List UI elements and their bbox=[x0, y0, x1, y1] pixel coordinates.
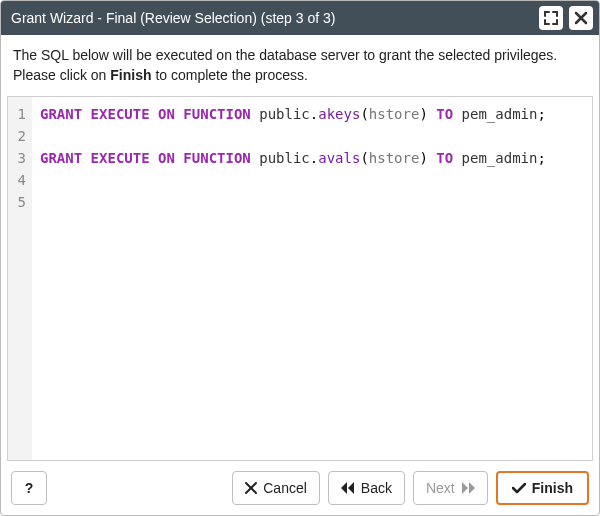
svg-marker-7 bbox=[469, 482, 475, 494]
dialog-footer: ? Cancel Back Next Finish bbox=[1, 461, 599, 515]
line-number: 2 bbox=[12, 125, 26, 147]
code-line: GRANT EXECUTE ON FUNCTION public.avals(h… bbox=[40, 147, 584, 169]
check-icon bbox=[512, 482, 526, 494]
cancel-label: Cancel bbox=[263, 480, 307, 496]
help-button[interactable]: ? bbox=[11, 471, 47, 505]
dialog-title: Grant Wizard - Final (Review Selection) … bbox=[11, 10, 533, 26]
back-button[interactable]: Back bbox=[328, 471, 405, 505]
next-button: Next bbox=[413, 471, 488, 505]
maximize-icon bbox=[544, 11, 558, 25]
close-button[interactable] bbox=[569, 6, 593, 30]
line-number: 4 bbox=[12, 169, 26, 191]
back-label: Back bbox=[361, 480, 392, 496]
code-line bbox=[40, 169, 584, 191]
sql-editor[interactable]: 12345 GRANT EXECUTE ON FUNCTION public.a… bbox=[7, 96, 593, 461]
cancel-button[interactable]: Cancel bbox=[232, 471, 320, 505]
finish-button[interactable]: Finish bbox=[496, 471, 589, 505]
svg-marker-6 bbox=[462, 482, 468, 494]
code-line bbox=[40, 191, 584, 213]
line-number: 5 bbox=[12, 191, 26, 213]
instruction-bold: Finish bbox=[110, 67, 151, 83]
grant-wizard-dialog: Grant Wizard - Final (Review Selection) … bbox=[0, 0, 600, 516]
code-content: GRANT EXECUTE ON FUNCTION public.akeys(h… bbox=[32, 97, 592, 460]
line-number: 3 bbox=[12, 147, 26, 169]
double-chevron-right-icon bbox=[461, 482, 475, 494]
maximize-button[interactable] bbox=[539, 6, 563, 30]
finish-label: Finish bbox=[532, 480, 573, 496]
double-chevron-left-icon bbox=[341, 482, 355, 494]
svg-marker-4 bbox=[341, 482, 347, 494]
help-icon: ? bbox=[25, 480, 34, 496]
instruction-text: The SQL below will be executed on the da… bbox=[1, 35, 599, 96]
svg-marker-5 bbox=[348, 482, 354, 494]
line-number-gutter: 12345 bbox=[8, 97, 32, 460]
close-icon bbox=[574, 11, 588, 25]
code-line: GRANT EXECUTE ON FUNCTION public.akeys(h… bbox=[40, 103, 584, 125]
titlebar: Grant Wizard - Final (Review Selection) … bbox=[1, 1, 599, 35]
code-line bbox=[40, 125, 584, 147]
line-number: 1 bbox=[12, 103, 26, 125]
instruction-post: to complete the process. bbox=[152, 67, 308, 83]
x-icon bbox=[245, 482, 257, 494]
next-label: Next bbox=[426, 480, 455, 496]
